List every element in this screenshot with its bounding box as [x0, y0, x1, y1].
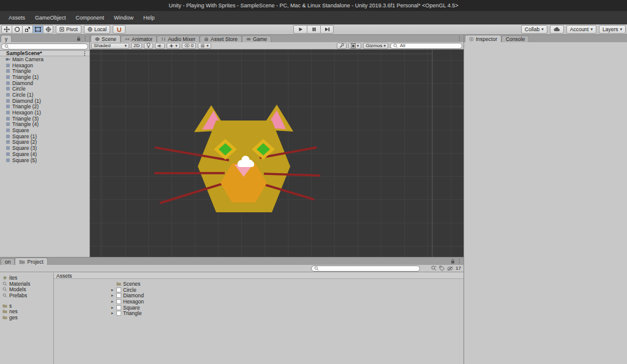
disclosure-icon[interactable]: ▸ [110, 293, 115, 298]
scene-menu-icon[interactable]: ⋮ [82, 51, 87, 56]
pivot-toggle[interactable]: Pivot [56, 25, 81, 34]
tab-animator[interactable]: Animator [121, 35, 157, 42]
disclosure-icon[interactable]: ▸ [110, 305, 115, 310]
menu-window[interactable]: Window [109, 11, 138, 24]
pause-icon [312, 27, 317, 32]
rect-tool-button[interactable] [32, 25, 43, 34]
pause-button[interactable] [307, 25, 320, 34]
panel-menu-icon[interactable]: ⋮ [457, 258, 462, 264]
hierarchy-item[interactable]: Triangle [0, 68, 89, 74]
tab-label: Console [506, 36, 525, 42]
lock-icon[interactable] [77, 36, 81, 41]
asset-folder-row[interactable]: Scenes [54, 281, 464, 287]
scene-search-value: All [400, 43, 405, 48]
asset-sprite-row[interactable]: ▸ Triangle [54, 310, 464, 316]
hierarchy-item[interactable]: Triangle (4) [0, 122, 89, 128]
layers-button[interactable]: Layers ▾ [599, 25, 626, 34]
scale-tool-button[interactable] [22, 25, 32, 34]
hierarchy-item[interactable]: Triangle (2) [0, 104, 89, 110]
folder-tree-item[interactable]: s [0, 303, 53, 309]
hierarchy-item[interactable]: Square (3) [0, 145, 89, 151]
disclosure-icon[interactable]: ▸ [110, 288, 115, 292]
dropdown-arrow-icon: ▾ [620, 27, 622, 32]
tab-scene[interactable]: Scene [91, 35, 121, 42]
audio-toggle[interactable] [155, 43, 165, 49]
hierarchy-item[interactable]: Triangle (3) [0, 116, 89, 122]
asset-sprite-row[interactable]: ▸ Diamond [54, 292, 464, 299]
shading-mode-dropdown[interactable]: Shaded ▾ [91, 43, 129, 49]
hierarchy-item[interactable]: Hexagon [0, 62, 89, 69]
tab-audio-mixer[interactable]: Audio Mixer [157, 35, 200, 42]
hierarchy-item[interactable]: Hexagon (1) [0, 110, 89, 116]
hierarchy-item[interactable]: Square (1) [0, 133, 89, 139]
search-by-type-icon[interactable] [431, 266, 437, 271]
cloud-button[interactable] [550, 25, 564, 34]
hierarchy-search-input[interactable] [1, 43, 88, 50]
disclosure-icon[interactable]: ▸ [110, 299, 115, 304]
tab-asset-store[interactable]: Asset Store [200, 35, 242, 42]
tab-game[interactable]: Game [242, 35, 271, 42]
move-tool-button[interactable] [1, 25, 12, 34]
tab-project[interactable]: Project [15, 258, 47, 265]
hierarchy-item[interactable]: Circle (1) [0, 92, 89, 98]
assets-breadcrumb: Assets [54, 273, 464, 279]
eye-icon [184, 43, 190, 48]
collab-button[interactable]: Collab ▾ [521, 25, 547, 34]
favorite-search-item[interactable]: Materials [0, 281, 53, 287]
hierarchy-item[interactable]: Square (5) [0, 157, 89, 163]
asset-sprite-row[interactable]: ▸ Square [54, 305, 464, 311]
camera-preview-dropdown[interactable]: ▾ [348, 43, 362, 49]
toolbar-right: Collab ▾ Account ▾ Layers ▾ [519, 25, 626, 34]
asset-sprite-row[interactable]: ▸ Circle [54, 287, 464, 293]
favorites-root[interactable]: ites [0, 275, 53, 281]
hierarchy-item[interactable]: Diamond (1) [0, 98, 89, 104]
hidden-packages-icon[interactable] [447, 266, 453, 271]
panel-menu-icon[interactable]: ⋮ [457, 35, 462, 41]
play-button[interactable] [293, 25, 307, 34]
transform-tool-button[interactable] [43, 25, 53, 34]
hierarchy-item[interactable]: Circle [0, 86, 89, 92]
hierarchy-item[interactable]: Square (2) [0, 139, 89, 146]
hierarchy-scene-header[interactable]: SampleScene* ⋮ [0, 50, 89, 56]
tab-inspector[interactable]: Inspector [465, 35, 501, 42]
favorite-search-item[interactable]: Prefabs [0, 292, 53, 299]
scene-visibility-toggle[interactable]: 0 [182, 43, 196, 49]
disclosure-icon[interactable]: ▸ [110, 311, 115, 316]
menu-gameobject[interactable]: GameObject [30, 11, 71, 24]
scene-canvas[interactable] [90, 50, 464, 257]
search-by-label-icon[interactable] [439, 266, 445, 271]
lock-icon[interactable] [451, 259, 455, 264]
project-search-input[interactable] [311, 266, 420, 272]
star-icon [2, 275, 7, 280]
hierarchy-item[interactable]: Main Camera [0, 56, 89, 62]
folder-tree-item[interactable]: ges [0, 314, 53, 321]
effects-dropdown[interactable]: ▾ [167, 43, 180, 49]
account-button[interactable]: Account ▾ [566, 25, 596, 34]
folder-tree-item[interactable]: nes [0, 308, 53, 314]
asset-sprite-row[interactable]: ▸ Hexagon [54, 299, 464, 305]
hierarchy-item[interactable]: Square [0, 127, 89, 133]
lighting-toggle[interactable] [144, 43, 153, 49]
hierarchy-item[interactable]: Square (4) [0, 151, 89, 157]
2d-toggle[interactable]: 2D [131, 43, 142, 49]
tab-hierarchy[interactable]: y [1, 35, 12, 42]
tab-console[interactable]: Console [501, 35, 529, 42]
grid-visual-dropdown[interactable]: ▾ [198, 43, 211, 49]
grid-snap-button[interactable] [113, 25, 126, 34]
menu-help[interactable]: Help [138, 11, 160, 24]
favorite-search-item[interactable]: Models [0, 286, 53, 292]
hierarchy-item[interactable]: Diamond [0, 80, 89, 86]
tab-animation-cut[interactable]: on [1, 258, 15, 265]
rotate-tool-button[interactable] [12, 25, 22, 34]
scene-tools-button[interactable] [337, 43, 347, 49]
hierarchy-panel: y ⋮ SampleScene* ⋮ Main Camera Hexagon T… [0, 35, 90, 257]
step-button[interactable] [320, 25, 334, 34]
menu-component[interactable]: Component [71, 11, 110, 24]
gizmos-dropdown[interactable]: Gizmos ▾ [363, 43, 388, 49]
favorite-label: Materials [9, 281, 30, 287]
panel-menu-icon[interactable]: ⋮ [83, 35, 88, 41]
local-toggle[interactable]: Local [84, 25, 110, 34]
scene-search-input[interactable]: All [390, 43, 462, 49]
menu-assets[interactable]: Assets [4, 11, 30, 24]
hierarchy-item[interactable]: Triangle (1) [0, 74, 89, 80]
